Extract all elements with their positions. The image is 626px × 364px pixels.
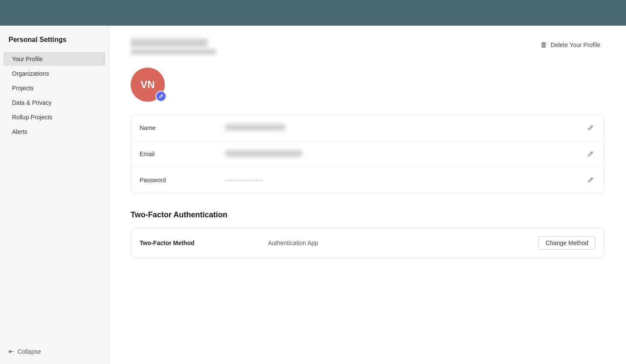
sidebar-item-your-profile[interactable]: Your Profile — [3, 52, 105, 66]
change-method-label: Change Method — [546, 240, 588, 246]
trash-icon: 🗑 — [540, 41, 547, 49]
name-edit-button[interactable] — [585, 123, 596, 133]
avatar-edit-button[interactable] — [155, 91, 167, 102]
name-label: Name — [140, 124, 225, 131]
delete-profile-label: Delete Your Profile — [551, 41, 600, 48]
tfa-section-title: Two-Factor Authentication — [131, 210, 605, 219]
name-blurred — [225, 124, 285, 131]
avatar-initials: VN — [140, 79, 155, 91]
password-edit-icon — [587, 177, 594, 183]
email-value — [225, 150, 585, 158]
profile-email-blurred — [131, 49, 216, 55]
main-content: 🗑 Delete Your Profile VN Name — [109, 26, 626, 364]
collapse-button[interactable]: ⇤ Collapse — [0, 339, 109, 364]
sidebar-nav: Your Profile Organizations Projects Data… — [0, 52, 109, 139]
collapse-label: Collapse — [18, 348, 41, 355]
tfa-method-value: Authentication App — [268, 240, 538, 246]
sidebar-item-alerts[interactable]: Alerts — [3, 125, 105, 139]
tfa-method-row: Two-Factor Method Authentication App Cha… — [131, 228, 604, 257]
sidebar: Personal Settings Your Profile Organizat… — [0, 26, 109, 364]
sidebar-item-projects[interactable]: Projects — [3, 81, 105, 95]
email-edit-icon — [587, 151, 594, 157]
password-value: ··············· — [225, 177, 585, 183]
top-bar — [0, 0, 626, 26]
profile-name-blurred — [131, 38, 208, 47]
sidebar-title: Personal Settings — [0, 36, 109, 52]
password-row: Password ··············· — [131, 167, 604, 193]
delete-profile-button[interactable]: 🗑 Delete Your Profile — [536, 38, 605, 51]
password-label: Password — [140, 177, 225, 183]
profile-name-block — [131, 38, 216, 55]
name-value — [225, 124, 585, 132]
edit-pencil-icon — [158, 94, 164, 99]
password-dots: ··············· — [225, 177, 263, 183]
profile-info-table: Name Email — [131, 115, 605, 193]
tfa-method-label: Two-Factor Method — [140, 240, 268, 246]
change-method-button[interactable]: Change Method — [538, 236, 596, 250]
tfa-table: Two-Factor Method Authentication App Cha… — [131, 228, 605, 258]
collapse-icon: ⇤ — [9, 347, 14, 355]
email-row: Email — [131, 141, 604, 167]
avatar-section: VN — [131, 68, 165, 102]
name-row: Name — [131, 115, 604, 141]
password-edit-button[interactable] — [585, 175, 596, 185]
name-edit-icon — [587, 124, 594, 131]
sidebar-item-organizations[interactable]: Organizations — [3, 67, 105, 80]
profile-header: 🗑 Delete Your Profile — [131, 38, 605, 55]
email-edit-button[interactable] — [585, 149, 596, 159]
email-label: Email — [140, 151, 225, 157]
sidebar-item-data-privacy[interactable]: Data & Privacy — [3, 96, 105, 109]
email-blurred — [225, 150, 302, 157]
sidebar-item-rollup-projects[interactable]: Rollup Projects — [3, 110, 105, 124]
